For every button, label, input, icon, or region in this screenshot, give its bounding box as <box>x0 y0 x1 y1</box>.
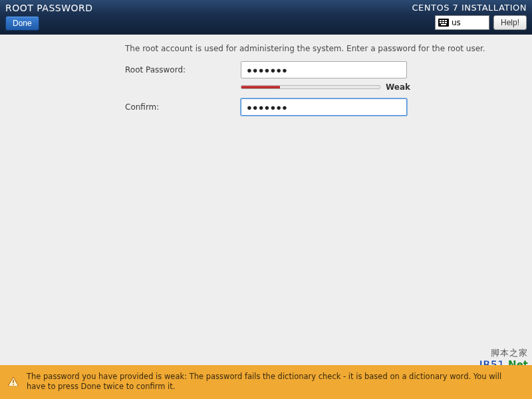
header-left: ROOT PASSWORD Done <box>5 3 93 31</box>
password-strength-fill <box>241 86 280 88</box>
keyboard-icon <box>438 19 449 27</box>
confirm-password-row: Confirm: <box>125 98 519 116</box>
svg-rect-2 <box>13 384 14 386</box>
done-button[interactable]: Done <box>5 16 39 31</box>
root-password-input[interactable] <box>241 61 407 78</box>
password-strength-meter <box>241 85 380 89</box>
svg-rect-1 <box>13 380 14 383</box>
warning-bar: The password you have provided is weak: … <box>0 365 532 399</box>
page-title: ROOT PASSWORD <box>5 3 93 13</box>
installer-title: CENTOS 7 INSTALLATION <box>412 3 527 13</box>
help-button[interactable]: Help! <box>493 15 527 30</box>
password-strength-label: Weak <box>386 82 410 92</box>
header-right: CENTOS 7 INSTALLATION us Help! <box>412 3 527 31</box>
root-password-row: Root Password: <box>125 61 519 78</box>
root-password-label: Root Password: <box>125 65 241 74</box>
warning-icon <box>8 377 19 386</box>
header-bar: ROOT PASSWORD Done CENTOS 7 INSTALLATION… <box>0 0 532 35</box>
keyboard-layout-label: us <box>452 18 461 27</box>
description-text: The root account is used for administeri… <box>125 44 519 53</box>
keyboard-layout-selector[interactable]: us <box>435 15 489 30</box>
password-strength-row: Weak <box>241 82 519 92</box>
warning-text: The password you have provided is weak: … <box>27 372 501 392</box>
confirm-password-input[interactable] <box>241 98 407 116</box>
confirm-password-label: Confirm: <box>125 102 241 112</box>
header-controls: us Help! <box>435 15 527 30</box>
main-content: The root account is used for administeri… <box>0 35 532 365</box>
